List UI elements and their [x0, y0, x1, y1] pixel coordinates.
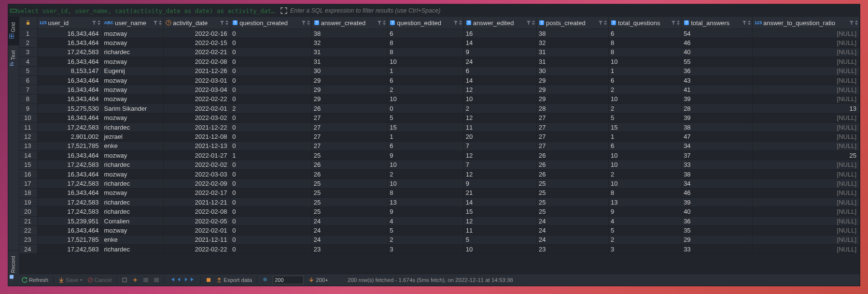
cell[interactable]: 2022-03-04 — [164, 85, 230, 94]
cell[interactable]: 0 — [388, 104, 464, 113]
toolbar-menu-icon[interactable] — [154, 277, 159, 283]
cell[interactable]: 2021-12-26 — [164, 66, 230, 75]
cell[interactable]: 29 — [536, 75, 608, 85]
cell[interactable]: 36 — [682, 216, 753, 225]
cell[interactable]: 2022-02-15 — [164, 38, 230, 47]
cell[interactable]: 3 — [608, 244, 681, 253]
cell[interactable]: 38 — [311, 29, 388, 38]
cell[interactable]: 31 — [536, 57, 608, 66]
cell[interactable]: 8 — [608, 47, 681, 57]
cell[interactable]: richardec — [102, 244, 164, 253]
cell[interactable]: 46 — [682, 38, 753, 47]
cell[interactable]: 9 — [608, 207, 681, 216]
cell[interactable]: richardec — [102, 47, 164, 57]
page-size-input[interactable] — [273, 276, 304, 284]
cell[interactable]: 23 — [311, 244, 388, 253]
cell[interactable]: 2 — [388, 85, 464, 94]
cell[interactable]: 8,153,147 — [37, 66, 102, 75]
cell[interactable]: 16,343,464 — [37, 113, 102, 122]
cell[interactable]: 9 — [463, 179, 536, 188]
cell[interactable]: 38 — [536, 29, 608, 38]
cell[interactable]: 16,343,464 — [37, 94, 102, 103]
cell[interactable]: 0 — [230, 29, 311, 38]
cell[interactable]: mozway — [102, 151, 164, 160]
row-number[interactable]: 1 — [19, 29, 38, 38]
cell[interactable]: 34 — [682, 141, 753, 150]
col-header-total_answers[interactable]: ?total_answers — [682, 17, 753, 29]
cell[interactable]: 2 — [388, 235, 464, 244]
cell[interactable]: 6 — [463, 66, 536, 75]
filter-icon[interactable] — [671, 20, 676, 26]
cell[interactable]: 1 — [608, 132, 681, 141]
row-number[interactable]: 13 — [19, 141, 38, 150]
cell[interactable]: 2 — [608, 235, 681, 244]
cell[interactable]: richardec — [102, 160, 164, 169]
cell[interactable]: 29 — [536, 94, 608, 103]
cell[interactable]: 25 — [536, 198, 608, 207]
cell[interactable]: 8 — [388, 38, 464, 47]
cell[interactable]: 26 — [536, 160, 608, 169]
cell[interactable]: 27 — [311, 141, 388, 150]
col-header-posts_created[interactable]: ?posts_created — [536, 17, 608, 29]
cell[interactable]: mozway — [102, 75, 164, 85]
filter-icon[interactable] — [598, 20, 603, 26]
cell[interactable]: 39 — [682, 113, 753, 122]
row-number[interactable]: 9 — [19, 104, 38, 113]
cell[interactable]: [NULL] — [752, 38, 859, 47]
col-header-user_id[interactable]: 123user_id — [37, 17, 102, 29]
cell[interactable]: 24 — [463, 57, 536, 66]
cell[interactable]: 6 — [608, 141, 681, 150]
cell[interactable]: enke — [102, 235, 164, 244]
cell[interactable]: 2 — [463, 104, 536, 113]
cell[interactable]: 9 — [388, 207, 464, 216]
cell[interactable]: 5 — [608, 113, 681, 122]
cell[interactable]: mozway — [102, 113, 164, 122]
cell[interactable]: 8 — [388, 47, 464, 57]
cell[interactable]: 21 — [463, 188, 536, 197]
row-number[interactable]: 23 — [19, 235, 38, 244]
cell[interactable]: 5 — [463, 235, 536, 244]
cell[interactable]: 4 — [608, 216, 681, 225]
toolbar-add-row-icon[interactable] — [132, 277, 138, 283]
filter-icon[interactable] — [526, 20, 531, 26]
col-header-question_created[interactable]: ?question_created — [230, 17, 311, 29]
gear-icon[interactable] — [262, 277, 268, 283]
nav-next-icon[interactable] — [183, 277, 189, 283]
cell[interactable]: 0 — [230, 216, 311, 225]
row-number[interactable]: 15 — [19, 160, 38, 169]
cell[interactable]: 0 — [230, 47, 311, 57]
cell[interactable]: [NULL] — [752, 29, 859, 38]
cell[interactable]: 26 — [311, 160, 388, 169]
cell[interactable]: 2022-02-21 — [164, 47, 230, 57]
cell[interactable]: 2022-02-16 — [164, 29, 230, 38]
cell[interactable]: 17,242,583 — [37, 179, 102, 188]
cell[interactable]: 29 — [311, 75, 388, 85]
cell[interactable]: 37 — [682, 151, 753, 160]
cell[interactable]: 11 — [463, 226, 536, 235]
cell[interactable]: 17,521,785 — [37, 235, 102, 244]
cell[interactable]: 10 — [608, 179, 681, 188]
result-grid[interactable]: 123user_idABCuser_nameactivity_date?ques… — [19, 17, 860, 274]
sort-icon[interactable] — [382, 20, 386, 26]
cell[interactable]: Corralien — [102, 216, 164, 225]
cell[interactable]: 2022-02-05 — [164, 216, 230, 225]
cell[interactable]: [NULL] — [752, 85, 859, 94]
cell[interactable]: 2022-01-27 — [164, 151, 230, 160]
cell[interactable]: 13 — [388, 198, 464, 207]
cell[interactable]: [NULL] — [752, 198, 859, 207]
cell[interactable]: 1 — [608, 66, 681, 75]
cell[interactable]: 10 — [463, 244, 536, 253]
cell[interactable]: 3 — [388, 244, 464, 253]
cell[interactable]: 27 — [536, 122, 608, 132]
cell[interactable]: 10 — [608, 94, 681, 103]
cell[interactable]: 25 — [311, 188, 388, 197]
cell[interactable]: 25 — [752, 151, 859, 160]
cell[interactable]: 24 — [311, 226, 388, 235]
cell[interactable]: 15 — [608, 122, 681, 132]
cell[interactable]: 16,343,464 — [37, 57, 102, 66]
cell[interactable]: [NULL] — [752, 235, 859, 244]
cell[interactable]: 17,242,583 — [37, 160, 102, 169]
cell[interactable]: 2022-02-08 — [164, 57, 230, 66]
cell[interactable]: 2022-02-17 — [164, 188, 230, 197]
cell[interactable]: 26 — [311, 169, 388, 178]
